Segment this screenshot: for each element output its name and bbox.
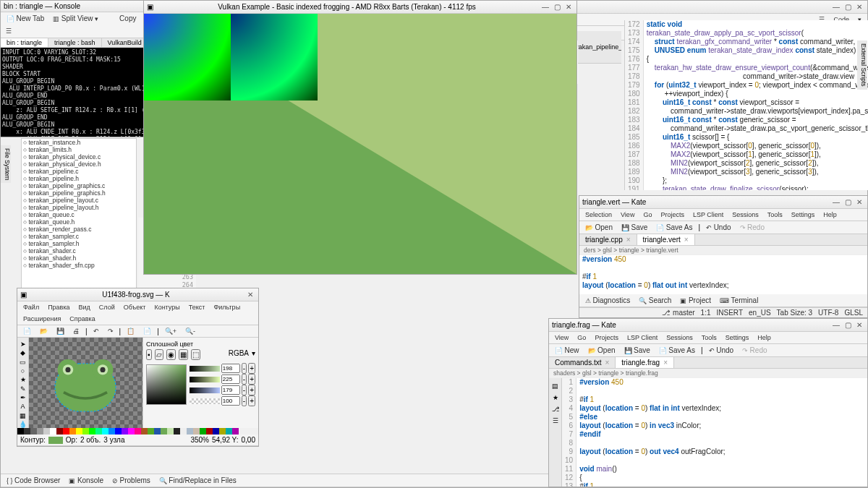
kate1-tabs[interactable]: triangle.cpp× triangle.vert×: [579, 234, 867, 246]
swatch[interactable]: [95, 428, 102, 435]
flat-fill-icon[interactable]: ▪: [146, 349, 152, 360]
r-value[interactable]: [221, 364, 240, 373]
swatch[interactable]: [219, 428, 226, 435]
svgedit-canvas[interactable]: [29, 338, 142, 428]
swatch[interactable]: [63, 428, 69, 435]
swatch-palette[interactable]: [17, 428, 258, 435]
redo-button[interactable]: ↷ Redo: [737, 223, 767, 232]
open-icon[interactable]: 📂: [37, 327, 51, 335]
swatch[interactable]: [82, 428, 89, 435]
swatch[interactable]: [161, 428, 167, 435]
print-icon[interactable]: 🖨: [70, 327, 82, 335]
save-button[interactable]: 💾 Save: [621, 346, 653, 355]
swatch[interactable]: [89, 428, 95, 435]
problems-panel[interactable]: ⊘ Problems: [109, 476, 153, 485]
swatch[interactable]: [102, 428, 109, 435]
close-icon[interactable]: ✕: [854, 2, 864, 12]
swatch[interactable]: [24, 428, 30, 435]
max-icon[interactable]: ▢: [843, 2, 853, 12]
star-icon[interactable]: ★: [18, 376, 28, 383]
new-button[interactable]: 📄 New: [552, 346, 582, 355]
swatch[interactable]: [141, 428, 148, 435]
sidebar-external-scripts[interactable]: External Scripts: [857, 40, 867, 90]
swatch[interactable]: [187, 428, 193, 435]
swatch[interactable]: [109, 428, 115, 435]
dropper-icon[interactable]: 💧: [18, 421, 28, 428]
swatch[interactable]: [200, 428, 206, 435]
swatch[interactable]: [135, 428, 141, 435]
file-item[interactable]: ○ terakan_pipeline_graphics.c: [22, 182, 136, 189]
min-icon[interactable]: —: [831, 197, 841, 207]
file-tree[interactable]: ○ terakan_instance.h○ terakan_limits.h○ …: [21, 138, 137, 290]
linear-grad-icon[interactable]: ▱: [155, 349, 163, 360]
new-tab-button[interactable]: 📄 New Tab: [4, 14, 47, 23]
kate1-menubar[interactable]: SelectionViewGoProjectsLSP ClientSession…: [579, 209, 867, 221]
max-icon[interactable]: ▢: [552, 2, 562, 12]
vkexample-titlebar[interactable]: ▣ Vulkan Example - Basic indexed froggin…: [144, 1, 576, 14]
file-item[interactable]: ○ terakan_pipeline_layout.c: [22, 197, 136, 204]
save-as-button[interactable]: 📄 Save As: [653, 223, 695, 232]
swatch[interactable]: [50, 428, 56, 435]
swatch[interactable]: [69, 428, 76, 435]
swatch[interactable]: [167, 428, 174, 435]
file-item[interactable]: ○ terakan_shader.h: [22, 254, 136, 262]
rect-icon[interactable]: ▭: [18, 359, 28, 366]
open-button[interactable]: 📂 Open: [585, 346, 618, 355]
svgedit-toolbox[interactable]: ➤◆▭○★✎✒A▦💧: [17, 338, 29, 428]
copy-button[interactable]: Copy: [116, 14, 139, 23]
swatch[interactable]: [226, 428, 232, 435]
split-view-button[interactable]: ▥ Split View ▾: [50, 14, 101, 23]
file-item[interactable]: ○ terakan_shader.c: [22, 247, 136, 254]
outline-icon[interactable]: ☰: [550, 416, 561, 426]
swatch[interactable]: [193, 428, 200, 435]
swatch[interactable]: [122, 428, 128, 435]
open-button[interactable]: 📂 Open: [582, 223, 616, 232]
file-item[interactable]: ○ terakan_physical_device.c: [22, 153, 136, 160]
kate1-editor[interactable]: #version 450 #if 1 layout (location = 0)…: [579, 255, 867, 294]
swatch[interactable]: [37, 428, 43, 435]
svgedit-menubar[interactable]: ФайлПравкаВидСлойОбъектКонтурыТекстФильт…: [17, 301, 258, 325]
save-button[interactable]: 💾 Save: [618, 223, 650, 232]
swatch[interactable]: [43, 428, 50, 435]
konsole-panel[interactable]: ▣ Konsole: [66, 476, 106, 485]
swatch[interactable]: [30, 428, 37, 435]
circle-icon[interactable]: ○: [18, 367, 28, 374]
file-item[interactable]: ○ terakan_queue.c: [22, 211, 136, 218]
bookmarks-icon[interactable]: ★: [550, 393, 561, 403]
swatch[interactable]: [56, 428, 63, 435]
file-item[interactable]: ○ terakan_limits.h: [22, 146, 136, 153]
kate1-bottom[interactable]: ⚠ Diagnostics 🔍 Search ▣ Project ⌨ Termi…: [579, 294, 867, 307]
pencil-icon[interactable]: ✎: [18, 385, 28, 392]
close-icon[interactable]: ✕: [563, 2, 574, 12]
swatch[interactable]: [128, 428, 135, 435]
pointer-icon[interactable]: ➤: [18, 341, 28, 348]
undo-icon[interactable]: ↶: [90, 327, 102, 335]
file-item[interactable]: ○ terakan_shader_sfn.cpp: [22, 262, 136, 269]
undo-button[interactable]: ↶ Undo: [706, 346, 736, 355]
zoom-level[interactable]: 350%: [190, 436, 209, 444]
file-item[interactable]: ○ terakan_pipeline.c: [22, 168, 136, 175]
zoom-in-icon[interactable]: 🔍+: [162, 327, 179, 335]
vulkan-canvas[interactable]: [144, 14, 576, 274]
swatch[interactable]: [115, 428, 122, 435]
file-item[interactable]: ○ terakan_sampler.h: [22, 240, 136, 247]
kate1-toolbar[interactable]: 📂 Open 💾 Save 📄 Save As | ↶ Undo ↷ Redo: [579, 221, 867, 234]
breadcrumb[interactable]: shaders > glsl > triangle > triangle.fra…: [549, 369, 867, 378]
swatch[interactable]: [206, 428, 213, 435]
min-icon[interactable]: —: [831, 320, 841, 330]
code-browser-panel[interactable]: { } Code Browser: [4, 476, 63, 485]
svgedit-toolbar[interactable]: 📄📂💾🖨 |↶↷ |📋📄 |🔍+🔍-: [17, 325, 258, 338]
breadcrumb[interactable]: ders > glsl > triangle > triangle.vert: [579, 246, 867, 255]
zoom-out-icon[interactable]: 🔍-: [182, 327, 198, 335]
pattern-icon[interactable]: ▦: [179, 349, 188, 360]
close-icon[interactable]: ✕: [854, 197, 864, 207]
file-item[interactable]: ○ terakan_physical_device.h: [22, 160, 136, 168]
new-icon[interactable]: 📄: [20, 327, 34, 335]
kate2-sidebar[interactable]: ▤★⎇☰: [549, 378, 562, 487]
sidebar-filesystem[interactable]: File System: [1, 145, 11, 183]
swatch[interactable]: [232, 428, 239, 435]
swatch[interactable]: [148, 428, 154, 435]
file-item[interactable]: ○ terakan_sampler.c: [22, 233, 136, 240]
file-item[interactable]: ○ terakan_queue.h: [22, 218, 136, 226]
swatch[interactable]: [76, 428, 82, 435]
